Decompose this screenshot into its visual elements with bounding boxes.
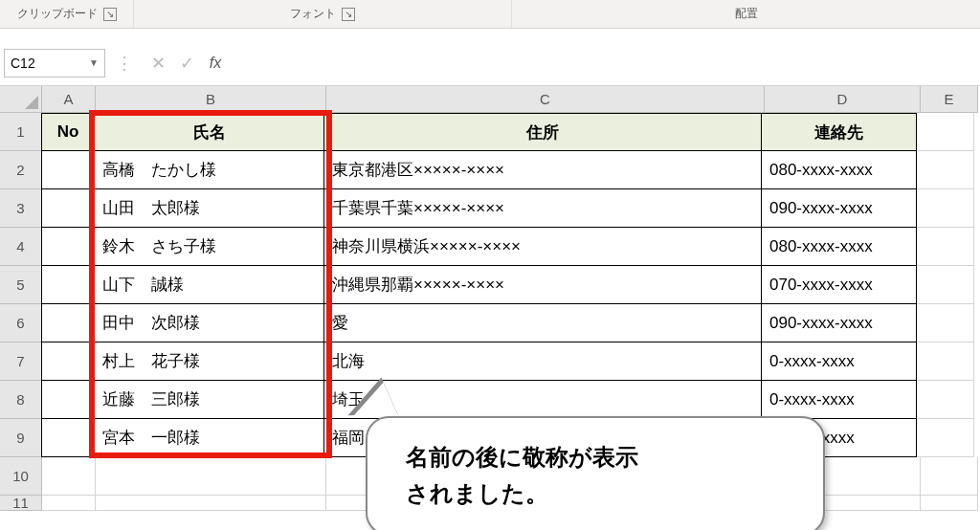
row-header[interactable]: 2 (0, 151, 42, 189)
cell-address[interactable]: 神奈川県横浜×××××-×××× (323, 227, 762, 266)
cell[interactable] (917, 342, 974, 381)
col-header-A[interactable]: A (42, 86, 96, 113)
ribbon-group-alignment: 配置 (512, 0, 980, 28)
ribbon-group-clipboard: クリップボード ↘ (0, 0, 134, 28)
cell-contact[interactable]: 070-xxxx-xxxx (761, 265, 917, 304)
ribbon-group-labels: クリップボード ↘ フォント ↘ 配置 (0, 0, 980, 29)
row-header[interactable]: 11 (0, 496, 42, 511)
table-row: 7 村上 花子様 北海 0-xxxx-xxxx (0, 342, 980, 381)
row-header[interactable]: 9 (0, 419, 42, 457)
cell-contact[interactable]: 080-xxxx-xxxx (761, 227, 917, 266)
formula-input[interactable] (230, 49, 976, 77)
cell-contact[interactable]: 0-xxxx-xxxx (761, 342, 917, 381)
cancel-formula-icon: ✕ (144, 53, 172, 74)
column-headers: A B C D E (42, 86, 980, 113)
fx-icon[interactable]: fx (201, 53, 230, 73)
header-cell-address[interactable]: 住所 (323, 113, 762, 151)
dialog-launcher-icon[interactable]: ↘ (342, 8, 355, 21)
table-row: 1 No 氏名 住所 連絡先 (0, 113, 980, 151)
ribbon-label: 配置 (735, 6, 758, 22)
cell[interactable] (917, 419, 974, 457)
callout-text-line2: されました。 (406, 475, 785, 512)
col-header-B[interactable]: B (96, 86, 326, 113)
dialog-launcher-icon[interactable]: ↘ (103, 8, 117, 21)
cell[interactable] (921, 496, 978, 511)
cell[interactable] (41, 380, 95, 419)
cell-name[interactable]: 高橋 たかし様 (94, 150, 324, 189)
row-header[interactable]: 5 (0, 266, 42, 304)
cell-name[interactable]: 山田 太郎様 (94, 188, 324, 228)
ribbon-label: クリップボード (17, 6, 98, 22)
cell[interactable] (41, 265, 95, 304)
header-cell-no[interactable]: No (41, 113, 95, 151)
cell-contact[interactable]: 090-xxxx-xxxx (761, 188, 917, 228)
enter-formula-icon: ✓ (172, 53, 201, 74)
spreadsheet-grid: A B C D E 1 No 氏名 住所 連絡先 2 高橋 たかし様 東京都港区… (0, 86, 980, 511)
name-box-value: C12 (11, 55, 35, 71)
table-row: 8 近藤 三郎様 埼玉 0-xxxx-xxxx (0, 381, 980, 419)
cell[interactable] (917, 151, 974, 189)
table-row: 3 山田 太郎様 千葉県千葉×××××-×××× 090-xxxx-xxxx (0, 189, 980, 228)
cell-address[interactable]: 沖縄県那覇×××××-×××× (323, 265, 762, 304)
callout-text-line1: 名前の後に敬称が表示 (406, 439, 785, 475)
cell-address[interactable]: 東京都港区×××××-×××× (323, 150, 762, 189)
cell-name[interactable]: 山下 誠様 (94, 265, 324, 304)
cell[interactable] (921, 457, 978, 496)
cell-contact[interactable]: 0-xxxx-xxxx (761, 380, 917, 419)
table-row: 5 山下 誠様 沖縄県那覇×××××-×××× 070-xxxx-xxxx (0, 266, 980, 304)
row-header[interactable]: 1 (0, 113, 42, 151)
cell[interactable] (917, 266, 974, 304)
cell-name[interactable]: 宮本 一郎様 (94, 418, 324, 457)
chevron-down-icon[interactable]: ▼ (89, 57, 99, 68)
header-cell-name[interactable]: 氏名 (94, 113, 324, 151)
cell[interactable] (96, 496, 326, 511)
cell[interactable] (41, 342, 95, 381)
ribbon-label: フォント (290, 6, 336, 22)
row-header[interactable]: 4 (0, 228, 42, 266)
cell[interactable] (917, 381, 974, 419)
cell-name[interactable]: 村上 花子様 (94, 342, 324, 381)
cell-contact[interactable]: 090-xxxx-xxxx (761, 303, 917, 342)
row-header[interactable]: 10 (0, 457, 42, 496)
cell[interactable] (41, 418, 95, 457)
cell-address[interactable]: 愛 (323, 303, 762, 342)
cell-name[interactable]: 近藤 三郎様 (94, 380, 324, 419)
formula-bar-row: C12 ▼ ⋮ ✕ ✓ fx (0, 40, 980, 86)
cell-contact[interactable]: 080-xxxx-xxxx (761, 150, 917, 189)
cell-name[interactable]: 田中 次郎様 (94, 303, 324, 342)
select-all-corner[interactable] (0, 86, 42, 113)
cell[interactable] (917, 113, 974, 151)
cell-address[interactable]: 千葉県千葉×××××-×××× (323, 188, 762, 228)
cell[interactable] (917, 189, 974, 228)
cell[interactable] (41, 303, 95, 342)
cell[interactable] (42, 496, 96, 511)
row-header[interactable]: 7 (0, 342, 42, 381)
cell[interactable] (42, 457, 96, 496)
name-box[interactable]: C12 ▼ (4, 49, 105, 77)
row-header[interactable]: 8 (0, 381, 42, 419)
table-row: 6 田中 次郎様 愛 090-xxxx-xxxx (0, 304, 980, 342)
col-header-E[interactable]: E (921, 86, 978, 113)
ribbon-group-font: フォント ↘ (134, 0, 512, 28)
separator: ⋮ (105, 53, 144, 74)
cell-name[interactable]: 鈴木 さち子様 (94, 227, 324, 266)
col-header-D[interactable]: D (765, 86, 921, 113)
cell[interactable] (41, 227, 95, 266)
cell-address[interactable]: 北海 (323, 342, 762, 381)
table-row: 4 鈴木 さち子様 神奈川県横浜×××××-×××× 080-xxxx-xxxx (0, 228, 980, 266)
cell[interactable] (917, 228, 974, 266)
row-header[interactable]: 3 (0, 189, 42, 228)
cell[interactable] (41, 188, 95, 228)
cell[interactable] (96, 457, 326, 496)
table-row: 2 高橋 たかし様 東京都港区×××××-×××× 080-xxxx-xxxx (0, 151, 980, 189)
row-header[interactable]: 6 (0, 304, 42, 342)
cell[interactable] (917, 304, 974, 342)
col-header-C[interactable]: C (326, 86, 765, 113)
cell[interactable] (41, 150, 95, 189)
callout-annotation: 名前の後に敬称が表示 されました。 (366, 416, 825, 530)
header-cell-contact[interactable]: 連絡先 (761, 113, 917, 151)
